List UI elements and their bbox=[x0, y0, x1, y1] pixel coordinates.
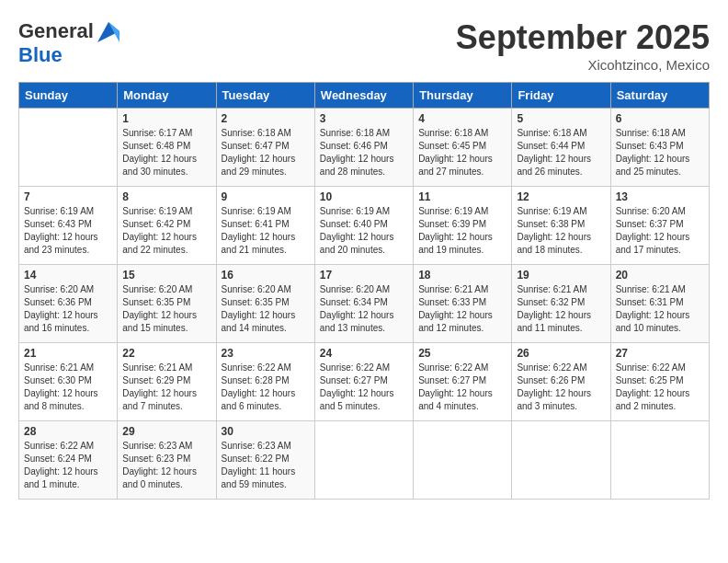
logo-icon bbox=[96, 18, 121, 44]
day-number: 1 bbox=[122, 112, 210, 125]
day-info: Sunrise: 6:18 AM Sunset: 6:43 PM Dayligh… bbox=[616, 127, 704, 178]
calendar-cell: 22Sunrise: 6:21 AM Sunset: 6:29 PM Dayli… bbox=[118, 343, 216, 421]
calendar-cell: 5Sunrise: 6:18 AM Sunset: 6:44 PM Daylig… bbox=[512, 109, 610, 187]
day-header-monday: Monday bbox=[118, 83, 216, 109]
day-info: Sunrise: 6:22 AM Sunset: 6:27 PM Dayligh… bbox=[418, 362, 506, 413]
calendar-cell: 12Sunrise: 6:19 AM Sunset: 6:38 PM Dayli… bbox=[512, 187, 610, 265]
day-info: Sunrise: 6:18 AM Sunset: 6:46 PM Dayligh… bbox=[320, 127, 408, 178]
title-area: September 2025 Xicohtzinco, Mexico bbox=[456, 18, 710, 73]
calendar-cell: 28Sunrise: 6:22 AM Sunset: 6:24 PM Dayli… bbox=[19, 421, 118, 500]
calendar-cell: 14Sunrise: 6:20 AM Sunset: 6:36 PM Dayli… bbox=[19, 265, 118, 343]
day-info: Sunrise: 6:20 AM Sunset: 6:35 PM Dayligh… bbox=[222, 283, 310, 335]
day-info: Sunrise: 6:19 AM Sunset: 6:40 PM Dayligh… bbox=[320, 205, 408, 257]
calendar-cell: 1Sunrise: 6:17 AM Sunset: 6:48 PM Daylig… bbox=[118, 109, 216, 187]
day-info: Sunrise: 6:21 AM Sunset: 6:30 PM Dayligh… bbox=[24, 362, 112, 413]
day-info: Sunrise: 6:21 AM Sunset: 6:33 PM Dayligh… bbox=[418, 283, 506, 335]
day-header-thursday: Thursday bbox=[414, 83, 512, 109]
day-info: Sunrise: 6:22 AM Sunset: 6:26 PM Dayligh… bbox=[517, 362, 605, 413]
logo: General Blue bbox=[18, 18, 121, 66]
calendar-cell: 11Sunrise: 6:19 AM Sunset: 6:39 PM Dayli… bbox=[414, 187, 512, 265]
day-number: 23 bbox=[222, 347, 310, 360]
calendar-cell: 18Sunrise: 6:21 AM Sunset: 6:33 PM Dayli… bbox=[414, 265, 512, 343]
calendar-cell: 24Sunrise: 6:22 AM Sunset: 6:27 PM Dayli… bbox=[314, 343, 413, 421]
day-info: Sunrise: 6:21 AM Sunset: 6:29 PM Dayligh… bbox=[122, 362, 210, 413]
day-info: Sunrise: 6:23 AM Sunset: 6:22 PM Dayligh… bbox=[222, 440, 310, 491]
calendar-week-row: 14Sunrise: 6:20 AM Sunset: 6:36 PM Dayli… bbox=[19, 265, 710, 343]
calendar-cell: 27Sunrise: 6:22 AM Sunset: 6:25 PM Dayli… bbox=[610, 343, 709, 421]
day-number: 4 bbox=[418, 112, 506, 125]
day-info: Sunrise: 6:19 AM Sunset: 6:38 PM Dayligh… bbox=[517, 205, 605, 257]
page-header: General Blue September 2025 Xicohtzinco,… bbox=[18, 18, 710, 73]
day-number: 12 bbox=[517, 190, 605, 203]
day-number: 8 bbox=[122, 190, 210, 203]
day-number: 30 bbox=[222, 425, 310, 438]
calendar-cell: 15Sunrise: 6:20 AM Sunset: 6:35 PM Dayli… bbox=[118, 265, 216, 343]
calendar-cell bbox=[19, 109, 118, 187]
day-info: Sunrise: 6:22 AM Sunset: 6:25 PM Dayligh… bbox=[616, 362, 704, 413]
day-header-tuesday: Tuesday bbox=[216, 83, 314, 109]
day-number: 21 bbox=[24, 347, 112, 360]
day-number: 19 bbox=[517, 269, 605, 282]
day-info: Sunrise: 6:20 AM Sunset: 6:37 PM Dayligh… bbox=[616, 205, 704, 257]
calendar-cell: 4Sunrise: 6:18 AM Sunset: 6:45 PM Daylig… bbox=[414, 109, 512, 187]
day-number: 6 bbox=[616, 112, 704, 125]
day-info: Sunrise: 6:19 AM Sunset: 6:39 PM Dayligh… bbox=[418, 205, 506, 257]
calendar-header-row: SundayMondayTuesdayWednesdayThursdayFrid… bbox=[19, 83, 710, 109]
calendar-cell: 3Sunrise: 6:18 AM Sunset: 6:46 PM Daylig… bbox=[314, 109, 413, 187]
day-number: 3 bbox=[320, 112, 408, 125]
calendar-cell: 19Sunrise: 6:21 AM Sunset: 6:32 PM Dayli… bbox=[512, 265, 610, 343]
calendar-week-row: 21Sunrise: 6:21 AM Sunset: 6:30 PM Dayli… bbox=[19, 343, 710, 421]
day-info: Sunrise: 6:19 AM Sunset: 6:41 PM Dayligh… bbox=[222, 205, 310, 257]
logo-general: General bbox=[18, 20, 94, 42]
calendar-cell bbox=[414, 421, 512, 500]
calendar-cell bbox=[512, 421, 610, 500]
day-info: Sunrise: 6:19 AM Sunset: 6:43 PM Dayligh… bbox=[24, 205, 112, 257]
day-number: 24 bbox=[320, 347, 408, 360]
calendar-cell: 20Sunrise: 6:21 AM Sunset: 6:31 PM Dayli… bbox=[610, 265, 709, 343]
day-number: 29 bbox=[122, 425, 210, 438]
calendar-cell: 30Sunrise: 6:23 AM Sunset: 6:22 PM Dayli… bbox=[216, 421, 314, 500]
day-number: 17 bbox=[320, 269, 408, 282]
day-info: Sunrise: 6:22 AM Sunset: 6:24 PM Dayligh… bbox=[24, 440, 112, 491]
day-number: 15 bbox=[122, 269, 210, 282]
day-header-wednesday: Wednesday bbox=[314, 83, 413, 109]
calendar-cell: 6Sunrise: 6:18 AM Sunset: 6:43 PM Daylig… bbox=[610, 109, 709, 187]
day-number: 11 bbox=[418, 190, 506, 203]
day-info: Sunrise: 6:18 AM Sunset: 6:44 PM Dayligh… bbox=[517, 127, 605, 178]
day-info: Sunrise: 6:22 AM Sunset: 6:28 PM Dayligh… bbox=[222, 362, 310, 413]
day-info: Sunrise: 6:23 AM Sunset: 6:23 PM Dayligh… bbox=[122, 440, 210, 491]
calendar-week-row: 7Sunrise: 6:19 AM Sunset: 6:43 PM Daylig… bbox=[19, 187, 710, 265]
day-header-saturday: Saturday bbox=[610, 83, 709, 109]
calendar-cell: 23Sunrise: 6:22 AM Sunset: 6:28 PM Dayli… bbox=[216, 343, 314, 421]
day-number: 7 bbox=[24, 190, 112, 203]
day-info: Sunrise: 6:20 AM Sunset: 6:34 PM Dayligh… bbox=[320, 283, 408, 335]
day-number: 10 bbox=[320, 190, 408, 203]
day-info: Sunrise: 6:21 AM Sunset: 6:32 PM Dayligh… bbox=[517, 283, 605, 335]
calendar-cell: 7Sunrise: 6:19 AM Sunset: 6:43 PM Daylig… bbox=[19, 187, 118, 265]
calendar-cell bbox=[314, 421, 413, 500]
day-number: 18 bbox=[418, 269, 506, 282]
day-info: Sunrise: 6:18 AM Sunset: 6:47 PM Dayligh… bbox=[222, 127, 310, 178]
day-number: 28 bbox=[24, 425, 112, 438]
calendar-week-row: 1Sunrise: 6:17 AM Sunset: 6:48 PM Daylig… bbox=[19, 109, 710, 187]
day-info: Sunrise: 6:20 AM Sunset: 6:36 PM Dayligh… bbox=[24, 283, 112, 335]
logo-blue: Blue bbox=[18, 44, 121, 66]
day-info: Sunrise: 6:18 AM Sunset: 6:45 PM Dayligh… bbox=[418, 127, 506, 178]
day-number: 14 bbox=[24, 269, 112, 282]
calendar-cell: 26Sunrise: 6:22 AM Sunset: 6:26 PM Dayli… bbox=[512, 343, 610, 421]
calendar-week-row: 28Sunrise: 6:22 AM Sunset: 6:24 PM Dayli… bbox=[19, 421, 710, 500]
calendar-cell: 8Sunrise: 6:19 AM Sunset: 6:42 PM Daylig… bbox=[118, 187, 216, 265]
location: Xicohtzinco, Mexico bbox=[456, 57, 710, 73]
calendar-cell: 2Sunrise: 6:18 AM Sunset: 6:47 PM Daylig… bbox=[216, 109, 314, 187]
calendar-cell bbox=[610, 421, 709, 500]
day-header-sunday: Sunday bbox=[19, 83, 118, 109]
day-number: 2 bbox=[222, 112, 310, 125]
calendar-cell: 9Sunrise: 6:19 AM Sunset: 6:41 PM Daylig… bbox=[216, 187, 314, 265]
day-number: 9 bbox=[222, 190, 310, 203]
day-info: Sunrise: 6:20 AM Sunset: 6:35 PM Dayligh… bbox=[122, 283, 210, 335]
day-info: Sunrise: 6:17 AM Sunset: 6:48 PM Dayligh… bbox=[122, 127, 210, 178]
day-info: Sunrise: 6:22 AM Sunset: 6:27 PM Dayligh… bbox=[320, 362, 408, 413]
calendar-cell: 29Sunrise: 6:23 AM Sunset: 6:23 PM Dayli… bbox=[118, 421, 216, 500]
day-info: Sunrise: 6:21 AM Sunset: 6:31 PM Dayligh… bbox=[616, 283, 704, 335]
day-number: 26 bbox=[517, 347, 605, 360]
